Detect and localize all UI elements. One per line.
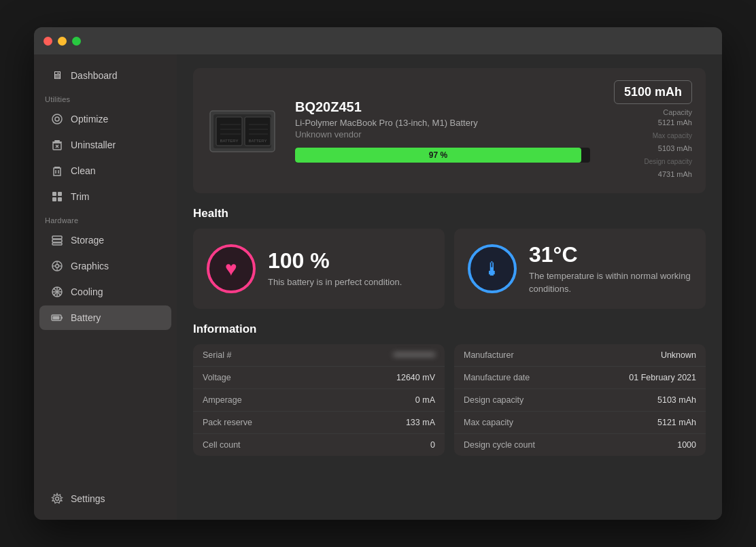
minimize-button[interactable] <box>58 37 67 46</box>
battery-image: BATTERY BATTERY <box>207 105 281 156</box>
information-section: Information Serial # •••••••••••••• Volt… <box>193 322 706 456</box>
svg-point-0 <box>52 114 62 124</box>
trim-icon <box>50 190 64 203</box>
design-capacity-val: 5103 mAh <box>657 395 696 405</box>
serial-key: Serial # <box>203 350 231 360</box>
battery-info: BQ20Z451 Li-Polymer MacBook Pro (13-inch… <box>295 99 590 163</box>
sidebar-item-clean[interactable]: Clean <box>39 159 171 183</box>
sidebar-item-graphics[interactable]: Graphics <box>39 254 171 278</box>
info-row-voltage: Voltage 12640 mV <box>193 367 445 389</box>
sidebar-item-battery[interactable]: Battery <box>39 305 171 330</box>
temp-text: 31°C The temperature is within normal wo… <box>529 242 692 295</box>
svg-line-30 <box>58 288 61 291</box>
battery-header-card: BATTERY BATTERY BQ20Z451 Li-Polymer MacB… <box>193 68 706 193</box>
pack-reserve-key: Pack reserve <box>203 418 252 427</box>
battery-vendor: Unknown vendor <box>295 129 590 139</box>
hardware-section-label: Hardware <box>34 210 177 227</box>
max-capacity-val: 5121 mAh <box>657 418 696 427</box>
sidebar-label-trim: Trim <box>71 191 89 202</box>
info-grid: Serial # •••••••••••••• Voltage 12640 mV… <box>193 344 706 456</box>
progress-label: 97 % <box>429 150 447 160</box>
sidebar-item-uninstaller[interactable]: Uninstaller <box>39 133 171 157</box>
capacity-details: 5121 mAh Max capacity 5103 mAh Design ca… <box>604 116 692 181</box>
sidebar-label-uninstaller: Uninstaller <box>71 139 116 150</box>
titlebar <box>34 27 722 54</box>
sidebar-label-clean: Clean <box>71 165 96 176</box>
svg-rect-33 <box>61 317 63 319</box>
info-row-design-capacity: Design capacity 5103 mAh <box>454 389 706 412</box>
voltage-value: 12640 mV <box>396 373 435 382</box>
main-content: BATTERY BATTERY BQ20Z451 Li-Polymer MacB… <box>177 54 722 520</box>
pack-reserve-value: 133 mA <box>406 418 435 427</box>
utilities-section-label: Utilities <box>34 88 177 106</box>
svg-text:BATTERY: BATTERY <box>248 139 267 143</box>
progress-bar-container: 97 % <box>295 148 590 163</box>
svg-rect-13 <box>52 236 62 239</box>
voltage-key: Voltage <box>203 373 231 382</box>
graphics-icon <box>50 259 64 273</box>
sidebar-item-cooling[interactable]: Cooling <box>39 280 171 304</box>
content-area: 🖥 Dashboard Utilities Optimize <box>34 54 722 520</box>
temp-condition: The temperature is within normal working… <box>529 270 692 295</box>
sidebar-item-dashboard[interactable]: 🖥 Dashboard <box>39 63 171 88</box>
design-capacity-label: Design capacity <box>604 156 692 168</box>
serial-value: •••••••••••••• <box>394 350 435 360</box>
manufacturer-key: Manufacturer <box>464 350 514 360</box>
battery-progress-row: 97 % <box>295 148 590 163</box>
svg-text:BATTERY: BATTERY <box>220 139 238 143</box>
sidebar-label-battery: Battery <box>71 312 101 323</box>
sidebar-bottom: Settings <box>34 486 177 512</box>
maximize-button[interactable] <box>72 37 81 46</box>
svg-line-28 <box>54 288 56 291</box>
info-table-left: Serial # •••••••••••••• Voltage 12640 mV… <box>193 344 445 456</box>
manufacturer-value: Unknown <box>661 350 696 360</box>
sidebar-label-cooling: Cooling <box>71 286 103 297</box>
health-section: Health ♥ 100 % This battery is in perfec… <box>193 207 706 308</box>
info-row-design-cycle: Design cycle count 1000 <box>454 434 706 456</box>
cell-count-key: Cell count <box>203 440 241 450</box>
progress-bar-fill: 97 % <box>295 148 581 163</box>
clean-icon <box>50 164 64 178</box>
svg-point-23 <box>56 291 58 293</box>
max-capacity-label: Max capacity <box>604 130 692 142</box>
svg-line-31 <box>54 293 56 296</box>
information-title: Information <box>193 322 706 336</box>
sidebar-label-optimize: Optimize <box>71 114 108 125</box>
sidebar-item-optimize[interactable]: Optimize <box>39 107 171 131</box>
sidebar-label-graphics: Graphics <box>71 261 109 271</box>
battery-capacity-section: 5100 mAh Capacity 5121 mAh Max capacity … <box>604 80 692 181</box>
design-capacity-key: Design capacity <box>464 395 523 405</box>
cooling-icon <box>50 285 64 299</box>
dashboard-icon: 🖥 <box>50 69 64 82</box>
info-row-pack-reserve: Pack reserve 133 mA <box>193 412 445 434</box>
sidebar: 🖥 Dashboard Utilities Optimize <box>34 54 177 520</box>
svg-rect-9 <box>52 192 56 196</box>
info-row-manufacture-date: Manufacture date 01 February 2021 <box>454 367 706 389</box>
battery-icon <box>50 311 64 325</box>
manufacture-date-key: Manufacture date <box>464 373 530 382</box>
health-card-condition: ♥ 100 % This battery is in perfect condi… <box>193 229 445 308</box>
capacity-label: Capacity <box>604 108 692 116</box>
app-window: 🖥 Dashboard Utilities Optimize <box>34 27 722 520</box>
close-button[interactable] <box>44 37 52 46</box>
sidebar-item-storage[interactable]: Storage <box>39 228 171 252</box>
info-row-max-capacity: Max capacity 5121 mAh <box>454 412 706 434</box>
sidebar-label-dashboard: Dashboard <box>71 70 118 81</box>
info-row-manufacturer: Manufacturer Unknown <box>454 344 706 367</box>
svg-line-29 <box>58 293 61 296</box>
temp-circle: 🌡 <box>468 244 517 293</box>
svg-rect-11 <box>52 197 56 201</box>
design-capacity-value: 5103 mAh <box>604 142 692 156</box>
thermometer-icon: 🌡 <box>483 258 502 280</box>
sidebar-item-settings[interactable]: Settings <box>39 486 171 511</box>
svg-point-17 <box>56 265 59 268</box>
design-cycle-key: Design cycle count <box>464 440 535 450</box>
capacity-value: 5100 mAh <box>624 85 682 99</box>
uninstaller-icon <box>50 138 64 152</box>
capacity-box: 5100 mAh <box>614 80 692 104</box>
sidebar-item-trim[interactable]: Trim <box>39 184 171 209</box>
info-row-amperage: Amperage 0 mA <box>193 389 445 412</box>
info-table-right: Manufacturer Unknown Manufacture date 01… <box>454 344 706 456</box>
health-title: Health <box>193 207 706 220</box>
settings-icon <box>50 492 64 505</box>
